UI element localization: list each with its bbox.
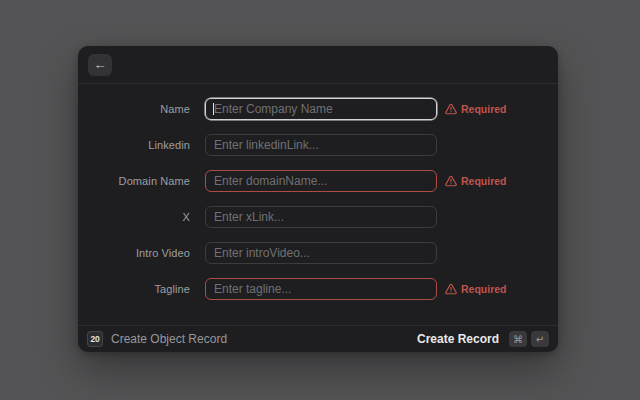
domain-name-input-wrap	[205, 170, 437, 192]
twenty-app-icon: 20	[87, 331, 103, 347]
warning-icon	[445, 283, 457, 295]
x-input-wrap	[205, 206, 437, 228]
form-row-linkedin: Linkedin	[78, 134, 558, 156]
domain-name-label: Domain Name	[78, 175, 190, 187]
tagline-label: Tagline	[78, 283, 190, 295]
tagline-input-wrap	[205, 278, 437, 300]
form-row-domain-name: Domain Name Required	[78, 170, 558, 192]
name-input-wrap	[205, 98, 437, 120]
name-label: Name	[78, 103, 190, 115]
create-record-button[interactable]: Create Record	[417, 332, 499, 346]
tagline-input[interactable]	[205, 278, 437, 300]
action-bar: 20 Create Object Record Create Record ⌘ …	[78, 325, 558, 352]
domain-name-required-badge: Required	[445, 175, 507, 187]
required-label: Required	[461, 175, 507, 187]
shortcut-key-group: ⌘ ↵	[509, 331, 549, 347]
back-arrow-icon: ←	[94, 57, 107, 72]
tagline-required-badge: Required	[445, 283, 507, 295]
text-caret	[213, 103, 214, 115]
return-key-icon: ↵	[531, 331, 549, 347]
intro-video-input[interactable]	[205, 242, 437, 264]
create-record-modal: ← Name Required Linkedin	[78, 46, 558, 352]
form-row-name: Name Required	[78, 98, 558, 120]
linkedin-label: Linkedin	[78, 139, 190, 151]
required-label: Required	[461, 103, 507, 115]
linkedin-input-wrap	[205, 134, 437, 156]
command-title: Create Object Record	[111, 332, 227, 346]
domain-name-input[interactable]	[205, 170, 437, 192]
required-label: Required	[461, 283, 507, 295]
create-record-form: Name Required Linkedin Domain Name	[78, 84, 558, 325]
back-button[interactable]: ←	[88, 54, 112, 76]
intro-video-input-wrap	[205, 242, 437, 264]
intro-video-label: Intro Video	[78, 247, 190, 259]
modal-header: ←	[78, 46, 558, 84]
name-input[interactable]	[205, 98, 437, 120]
command-key-icon: ⌘	[509, 331, 527, 347]
form-row-tagline: Tagline Required	[78, 278, 558, 300]
form-row-intro-video: Intro Video	[78, 242, 558, 264]
x-input[interactable]	[205, 206, 437, 228]
form-row-x: X	[78, 206, 558, 228]
name-required-badge: Required	[445, 103, 507, 115]
warning-icon	[445, 103, 457, 115]
warning-icon	[445, 175, 457, 187]
x-label: X	[78, 211, 190, 223]
linkedin-input[interactable]	[205, 134, 437, 156]
